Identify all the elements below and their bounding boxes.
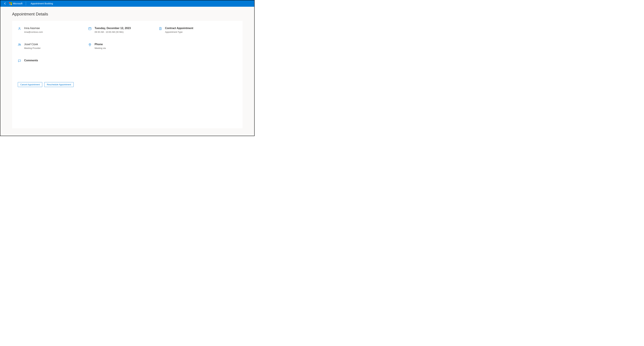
appointment-date: Tuesday, December 12, 2023 [94,27,131,30]
microsoft-logo[interactable]: Microsoft [9,2,22,5]
action-row: Cancel Appointment Reschedule Appointmen… [18,82,237,87]
appointment-type-sub: Appointment Type [165,31,193,33]
details-card: Inna Aasmae inna@contoso.com Tuesday, De… [12,21,242,128]
provider-role: Meeting Provider [24,47,40,49]
meeting-via-title: Phone [94,43,106,46]
svg-point-7 [18,44,20,45]
svg-point-9 [90,44,90,45]
cancel-appointment-button[interactable]: Cancel Appointment [18,82,42,87]
comments-text [24,63,38,66]
provider-field: Josef Cizek Meeting Provider [18,43,88,49]
customer-email: inna@contoso.com [24,31,43,33]
appointment-time: 09:30 AM - 10:00 AM (30 Min) [94,31,131,33]
microsoft-logo-icon [9,2,12,5]
type-field: Contract Appointment Appointment Type [159,27,229,33]
comments-field: Comments [18,59,88,66]
customer-field: Inna Aasmae inna@contoso.com [18,27,88,33]
page-content: Appointment Details Inna Aasmae inna@con… [0,7,254,136]
document-icon [159,27,162,30]
svg-point-0 [19,27,20,29]
calendar-icon [88,27,92,30]
meeting-via-field: Phone Meeting via [88,43,159,49]
person-icon [18,27,21,30]
svg-point-8 [20,44,20,45]
page-title: Appointment Details [12,12,242,17]
brand-text: Microsoft [13,2,22,5]
svg-rect-1 [89,28,91,30]
header-divider [26,2,26,5]
people-icon [18,43,21,46]
date-field: Tuesday, December 12, 2023 09:30 AM - 10… [88,27,159,33]
header-title: Appointment Booking [31,2,53,5]
reschedule-appointment-button[interactable]: Reschedule Appointment [44,82,74,87]
location-icon [88,43,92,46]
meeting-via-sub: Meeting via [94,47,106,49]
empty-cell [159,43,229,49]
back-button[interactable] [3,2,7,5]
customer-name: Inna Aasmae [24,27,43,30]
provider-name: Josef Cizek [24,43,40,46]
appointment-type-title: Contract Appointment [165,27,193,30]
comments-label: Comments [24,59,38,62]
app-header: Microsoft Appointment Booking [0,0,254,7]
comment-icon [18,59,21,63]
